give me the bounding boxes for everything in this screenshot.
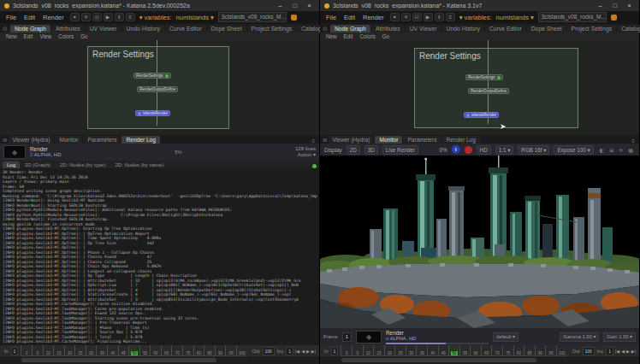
frame-tick-65[interactable]: 65 — [481, 345, 492, 355]
menu-file[interactable]: File — [4, 14, 18, 21]
gain-dropdown[interactable]: Gain 1.00 ▾ — [603, 332, 636, 342]
frame-tick-5[interactable]: 5 — [352, 345, 363, 355]
frame-tick-35[interactable]: 35 — [416, 345, 427, 355]
minimize-button[interactable]: – — [275, 3, 286, 9]
log-tab-2d-nodes-by-type[interactable]: 2D: Nodes (by type) — [56, 161, 110, 168]
frame-tick-70[interactable]: 70 — [171, 345, 182, 355]
titlebar[interactable]: 3cIslands_v08_rocks_expansion.katana* - … — [0, 0, 319, 11]
view-dropdown[interactable]: default ▾ — [493, 332, 519, 342]
mode-3d-button[interactable]: 3D — [364, 145, 378, 155]
maximize-button[interactable]: □ — [609, 3, 620, 9]
graph-menu-go[interactable]: Go — [382, 33, 389, 39]
frame-tick-60[interactable]: 60 — [470, 345, 481, 355]
stop-render-button[interactable] — [465, 146, 472, 154]
frame-tick-100[interactable]: 100 — [236, 345, 247, 355]
frame-tick-85[interactable]: 85 — [204, 345, 215, 355]
search-icon[interactable]: ◎ — [92, 13, 102, 21]
tab-curve-editor[interactable]: Curve Editor — [165, 25, 206, 32]
view-flag-icon[interactable] — [497, 76, 501, 79]
menu-edit[interactable]: Edit — [22, 14, 37, 21]
frame-tick-75[interactable]: 75 — [182, 345, 193, 355]
frame-ruler[interactable]: 0510152025303540455055606570758085909510… — [21, 345, 246, 356]
pane-tab-render-log[interactable]: Render Log — [441, 136, 479, 144]
frame-tick-100[interactable]: 100 — [556, 345, 567, 355]
graph-menu-new[interactable]: New — [326, 33, 337, 39]
transport-[interactable]: ▶ — [626, 349, 630, 354]
session-button[interactable]: 3cIslands_v08_rocks_M... — [538, 12, 607, 22]
inc-field[interactable]: 1 — [286, 347, 293, 355]
frame-tick-50[interactable]: 50 — [128, 345, 139, 355]
tab-node-graph[interactable]: Node Graph — [10, 25, 50, 32]
list-icon[interactable]: ≡ — [446, 13, 455, 21]
gamma-dropdown[interactable]: Gamma 1.00 ▾ — [560, 332, 599, 342]
split-view-icon[interactable]: ◧ — [598, 147, 607, 153]
menu-edit[interactable]: Edit — [342, 14, 357, 21]
alert-indicator-icon[interactable] — [291, 15, 297, 21]
checkbox-icon[interactable]: ☑ — [412, 13, 422, 21]
gear-icon[interactable]: ✳ — [401, 13, 411, 21]
node-rendersettings[interactable]: RenderSettings — [465, 74, 503, 80]
render-play-icon[interactable]: ▶ — [424, 13, 433, 21]
tab-uv-viewer[interactable]: UV Viewer — [406, 25, 441, 32]
node-render[interactable]: islandsRender — [464, 112, 499, 118]
log-tab-2d-graph[interactable]: 2D (Graph) — [21, 161, 55, 168]
render-log-output[interactable]: 3D Render: Render Start Time: Fri Dec 13… — [0, 168, 319, 345]
tab-catalog[interactable]: Catalog — [617, 25, 640, 32]
inc-field[interactable]: 1 — [606, 347, 613, 355]
frame-tick-40[interactable]: 40 — [427, 345, 438, 355]
pane-tab-parameters[interactable]: Parameters — [403, 136, 441, 144]
node-renderoutputdefine[interactable]: RenderOutputDefine — [468, 88, 509, 94]
frame-tick-20[interactable]: 20 — [64, 345, 75, 355]
frame-tick-10[interactable]: 10 — [43, 345, 54, 355]
frame-tick-55[interactable]: 55 — [139, 345, 151, 355]
channels-dropdown[interactable]: RGB 16f ▾ — [518, 145, 549, 155]
frame-tick-25[interactable]: 25 — [74, 345, 86, 355]
pane-tab-monitor[interactable]: Monitor — [375, 136, 402, 144]
graph-menu-new[interactable]: New — [6, 33, 17, 39]
node-renderoutputdefine[interactable]: RenderOutputDefine — [137, 86, 178, 92]
pane-tab-viewer-hydra[interactable]: Viewer (Hydra) — [9, 136, 55, 144]
pane-tab-render-log[interactable]: Render Log — [121, 136, 159, 144]
frame-tick-90[interactable]: 90 — [535, 345, 546, 355]
menu-render[interactable]: Render — [41, 14, 66, 21]
tab-project-settings[interactable]: Project Settings — [247, 25, 297, 32]
tab-undo-history[interactable]: Undo History — [122, 25, 164, 32]
minimize-button[interactable]: – — [595, 3, 606, 9]
frame-tick-35[interactable]: 35 — [96, 345, 107, 355]
maximize-button[interactable]: □ — [289, 3, 300, 9]
gear-icon[interactable]: ✳ — [81, 13, 91, 21]
log-tab-2d-nodes-by-name[interactable]: 2D: Nodes (by name) — [110, 161, 168, 168]
node-graph-canvas[interactable]: Render Settings RenderSettings RenderOut… — [0, 40, 319, 135]
frame-tick-15[interactable]: 15 — [373, 345, 384, 355]
transport-[interactable]: |◀ — [615, 349, 619, 354]
session-button[interactable]: 3cIslands_v08_rocks_M... — [218, 12, 287, 22]
tab-curve-editor[interactable]: Curve Editor — [485, 25, 526, 32]
frame-tick-45[interactable]: 45 — [438, 345, 449, 355]
tab-dope-sheet[interactable]: Dope Sheet — [207, 25, 246, 32]
scrollbar-thumb[interactable] — [341, 358, 536, 362]
view-flag-icon[interactable] — [165, 74, 169, 78]
pane-tab-monitor[interactable]: Monitor — [55, 136, 82, 144]
transport-[interactable]: ▶| — [631, 349, 636, 354]
frame-tick-25[interactable]: 25 — [394, 345, 406, 355]
graph-menu-edit[interactable]: Edit — [24, 33, 33, 39]
frame-tick-15[interactable]: 15 — [53, 345, 64, 355]
frame-tick-75[interactable]: 75 — [502, 345, 513, 355]
frame-field[interactable]: 1 — [342, 332, 352, 342]
frame-tick-95[interactable]: 95 — [545, 345, 556, 355]
frame-tick-10[interactable]: 10 — [363, 345, 374, 355]
in-field[interactable]: 1 — [11, 347, 19, 355]
frame-tick-30[interactable]: 30 — [406, 345, 417, 355]
overlay-icon[interactable]: ▦ — [626, 147, 635, 153]
tab-attributes[interactable]: Attributes — [371, 25, 405, 32]
timeline-scrollbar[interactable] — [0, 356, 319, 364]
variables-value[interactable]: numIslands ▾ — [176, 14, 214, 21]
node-rendersettings[interactable]: RenderSettings — [133, 73, 171, 79]
out-field[interactable]: 100 — [263, 347, 275, 355]
tab-node-graph[interactable]: Node Graph — [330, 25, 370, 32]
tab-project-settings[interactable]: Project Settings — [567, 25, 617, 32]
pause-icon[interactable]: ‖ — [435, 13, 444, 21]
frame-tick-45[interactable]: 45 — [118, 345, 129, 355]
out-field[interactable]: 100 — [583, 347, 595, 355]
frame-tick-85[interactable]: 85 — [524, 345, 535, 355]
